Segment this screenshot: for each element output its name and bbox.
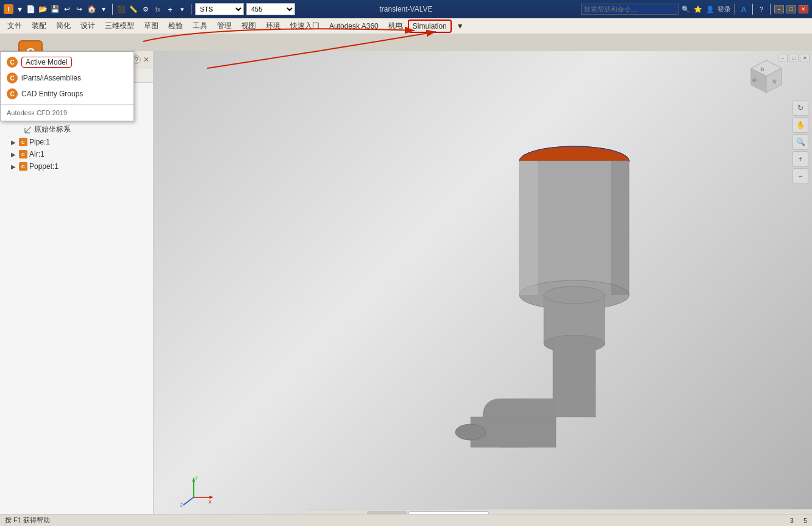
dropdown-active-model[interactable]: C Active Model [1,54,134,70]
pan-btn[interactable]: ✋ [792,117,808,133]
close-button[interactable]: ✕ [799,5,808,13]
expand-coords[interactable] [15,126,22,133]
open-icon[interactable]: 📂 [38,4,48,14]
expand-air[interactable]: ▶ [10,151,17,158]
svg-text:Z: Z [180,502,183,508]
menu-3dmodel[interactable]: 三维模型 [100,19,139,33]
help-icon[interactable]: ? [757,4,766,14]
svg-point-17 [455,424,486,440]
combo2[interactable]: 455 [246,3,295,15]
sidebar-close-btn[interactable]: ✕ [143,55,149,64]
login-text: 登录 [718,5,731,14]
save-icon[interactable]: 💾 [50,4,60,14]
tree-label-coords: 原始坐标系 [34,124,71,135]
search-icon[interactable]: 🔍 [681,4,691,14]
add-icon[interactable]: + [165,4,175,14]
dropdown-icon[interactable]: ▾ [177,4,187,14]
viewport: − □ ✕ [154,51,812,526]
vp-max-btn[interactable]: □ [789,54,799,62]
svg-rect-18 [519,161,538,295]
svg-text:前: 前 [760,67,764,71]
home-icon[interactable]: 🏠 [87,4,96,14]
menu-design[interactable]: 设计 [76,19,100,33]
main-area: 模型 ▾ ? ✕ ▼ 🔲 装配视图 ▼ 🔍 ▼ transient-VALVE.… [0,51,812,526]
dropdown-iparts[interactable]: C iParts/iAssemblies [1,70,134,86]
status-num2: 5 [803,517,807,524]
login-icon[interactable]: 👤 [705,4,715,14]
menu-simplify[interactable]: 简化 [51,19,76,33]
bookmark-icon[interactable]: ⭐ [693,4,703,14]
svg-marker-27 [209,496,213,499]
undo-icon[interactable]: ↩ [62,4,72,14]
combo1[interactable]: STS [195,3,244,15]
svg-text:仰: 仰 [752,78,757,82]
menu-manage[interactable]: 管理 [212,19,237,33]
part-icon[interactable]: ⬛ [116,4,126,14]
dropdown-label-0: Active Model [21,57,72,68]
titlebar-left: I ▾ 📄 📂 💾 ↩ ↪ 🏠 ▾ ⬛ 📏 ⚙ fx + ▾ STS 455 [4,3,295,15]
svg-point-13 [544,286,605,304]
vp-close-btn[interactable]: ✕ [800,54,810,62]
dropdown-icon-2: C [7,88,18,99]
menu-simulation[interactable]: Simulation [408,20,452,33]
svg-line-32 [183,497,194,505]
title-text: transient-VALVE [380,5,433,13]
minimize-button[interactable]: − [774,5,784,13]
expand-pipe[interactable]: ▶ [10,138,17,146]
settings-icon[interactable]: ⚙ [141,4,151,14]
view-cube[interactable]: 前 仰 右 [745,57,788,100]
tree-item-coords[interactable]: 原始坐标系 [0,123,153,136]
right-toolbar: ↻ ✋ 🔍 + − [792,100,810,184]
tree-label-pipe: Pipe:1 [29,138,50,146]
expand-poppet[interactable]: ▶ [10,163,17,170]
menu-file[interactable]: 文件 [2,19,27,33]
poppet-icon: C [18,162,28,171]
menu-view[interactable]: 视图 [237,19,261,33]
status-right: 3 5 [790,517,807,524]
zoom-in-btn[interactable]: + [792,151,808,167]
coords-icon [23,125,33,135]
dropdown-icon-0: C [7,57,18,68]
app-icon[interactable]: I [4,4,13,14]
dropdown-label-2: CAD Entity Groups [21,90,83,98]
zoom-out-btn[interactable]: − [792,168,808,184]
new-icon[interactable]: 📄 [26,4,35,14]
menu-electro[interactable]: 机电 [383,19,408,33]
svg-text:右: 右 [772,79,777,84]
svg-rect-19 [611,161,629,295]
titlebar-right: 🔍 ⭐ 👤 登录 A ? − □ ✕ [581,4,808,15]
zoom-btn[interactable]: 🔍 [792,134,808,150]
more-icon[interactable]: ▾ [99,4,109,14]
menu-more[interactable]: ▼ [452,20,469,32]
tree-item-air[interactable]: ▶ C Air:1 [0,148,153,160]
dropdown-icon-1: C [7,73,18,84]
orbit-btn[interactable]: ↻ [792,100,808,116]
svg-text:Y: Y [194,475,198,481]
sidebar: 模型 ▾ ? ✕ ▼ 🔲 装配视图 ▼ 🔍 ▼ transient-VALVE.… [0,51,154,526]
statusbar: 按 F1 获得帮助 3 5 [0,514,812,526]
search-input[interactable] [581,4,678,15]
menu-assembly[interactable]: 装配 [27,19,51,33]
svg-text:X: X [208,499,212,505]
svg-line-4 [25,127,31,133]
dropdown-label-1: iParts/iAssemblies [21,74,81,82]
redo-icon[interactable]: ↪ [74,4,84,14]
menu-sketch[interactable]: 草图 [139,19,163,33]
tree-item-pipe[interactable]: ▶ C Pipe:1 [0,136,153,148]
menu-quickstart[interactable]: 快速入门 [285,19,324,33]
formula-icon[interactable]: fx [153,4,163,14]
measure-icon[interactable]: 📏 [129,4,138,14]
menu-env[interactable]: 环境 [261,19,285,33]
axis-indicator: X Y Z [178,471,215,508]
maximize-button[interactable]: □ [786,5,796,13]
dropdown-cad-groups[interactable]: C CAD Entity Groups [1,86,134,102]
tree-label-air: Air:1 [29,150,45,158]
quick-access-btn[interactable]: ▾ [16,5,23,13]
status-num1: 3 [790,517,794,524]
tree-item-poppet[interactable]: ▶ C Poppet:1 [0,160,153,172]
menu-a360[interactable]: Autodesk A360 [324,20,383,32]
titlebar: I ▾ 📄 📂 💾 ↩ ↪ 🏠 ▾ ⬛ 📏 ⚙ fx + ▾ STS 455 t… [0,0,812,18]
menu-inspect[interactable]: 检验 [163,19,188,33]
menu-tools[interactable]: 工具 [188,19,212,33]
status-text: 按 F1 获得帮助 [5,516,50,525]
